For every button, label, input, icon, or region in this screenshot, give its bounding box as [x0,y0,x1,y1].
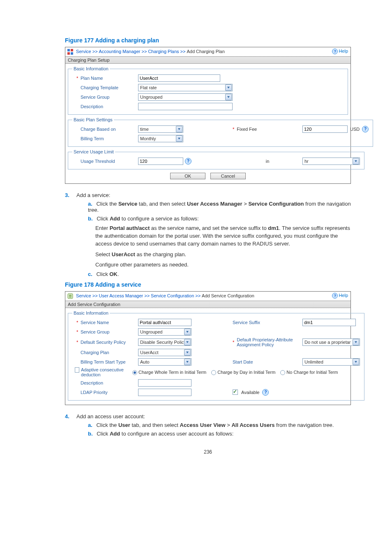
lbl-default-prop: Default Proprietary-Attribute Assignment… [237,337,302,347]
lbl-service-suffix: Service Suffix [233,320,260,325]
radio-no-charge[interactable]: No Charge for Initial Term [280,370,338,375]
lbl-ldap-priority: LDAP Priority [72,390,138,395]
step-3a: a. Click the Service tab, and then selec… [88,201,351,213]
service-suffix-input[interactable] [302,319,356,326]
charging-plan-select[interactable]: UserAcct [138,349,191,356]
section-add-service: Add Service Configuration [65,301,350,308]
billing-start-select[interactable]: Auto [138,358,191,366]
charging-template-select[interactable]: Flat rate [138,84,233,91]
service-group-select[interactable]: Ungrouped [138,93,233,101]
legend-basic-info: Basic Information [72,66,110,71]
usage-unit-select[interactable]: hr [302,158,360,165]
group-plan-settings: Basic Plan Settings Charge Based on time… [68,117,373,147]
lbl-charge-based: Charge Based on [72,127,138,132]
svg-rect-5 [69,295,71,296]
available-checkbox[interactable] [233,389,238,395]
chevron-down-icon [353,359,359,365]
plan-name-input[interactable] [138,74,220,82]
usage-threshold-input[interactable] [138,158,183,165]
help-link[interactable]: ?Help [332,293,348,299]
svg-rect-4 [68,294,73,299]
help-icon: ? [332,49,338,54]
radio-by-day[interactable]: Charge by Day in Initial Term [211,370,275,375]
lbl-service-group: Service Group [72,329,138,334]
ldap-priority-input[interactable] [138,389,191,396]
step-3-p1: Enter Portal auth/acct as the service na… [95,224,351,248]
billing-term-select[interactable]: Monthly [138,135,183,142]
bc-uam[interactable]: User Access Manager [99,293,143,298]
svg-rect-1 [71,49,73,51]
description-input[interactable] [138,103,233,110]
lbl-description: Description [72,104,138,109]
chevron-down-icon [225,84,232,91]
step-3-p3: Configure other parameters as needed. [95,261,351,269]
service-config-panel: Service >> User Access Manager >> Servic… [65,291,351,405]
chevron-down-icon [184,359,191,365]
default-prop-select[interactable]: Do not use a proprietar [302,338,360,346]
step-4b: b. Click Add to configure an access user… [88,431,351,437]
lbl-plan-name: Plan Name [72,76,138,81]
lbl-description: Description [72,380,138,385]
legend-plan-settings: Basic Plan Settings [72,117,114,122]
lbl-fixed-fee: Fixed Fee [237,127,257,132]
help-icon[interactable]: ? [262,389,269,396]
charging-plan-panel: Service >> Accounting Manager >> Chargin… [65,47,351,184]
start-date-select[interactable]: Unlimited [302,358,360,366]
bc-service[interactable]: Service [76,293,91,298]
section-charging-setup: Charging Plan Setup [65,56,350,64]
service-group-select[interactable]: Ungrouped [138,328,191,336]
lbl-default-security: Default Security Policy [72,340,138,345]
help-link[interactable]: ?Help [332,49,348,54]
step-4: 4.Add an access user account: [65,413,351,419]
chevron-down-icon [353,158,359,165]
chevron-down-icon [176,135,182,142]
lbl-start-date: Start Date [233,359,253,364]
default-security-select[interactable]: Disable Security Policy [138,338,191,346]
fixed-fee-input[interactable] [302,125,348,133]
legend-usage-limit: Service Usage Limit [72,149,115,154]
bc-svc-config[interactable]: Service Configuration [151,293,194,298]
bc-acct-mgr[interactable]: Accounting Manager [99,49,141,54]
lbl-in: in [266,159,270,164]
step-3b: b. Click Add to configure a service as f… [88,216,351,222]
ok-button[interactable]: OK [170,173,205,179]
group-basic-info: Basic Information Plan Name Charging Tem… [68,66,348,115]
step-3c: c. Click OK. [88,271,351,277]
figure-177-title: Figure 177 Adding a charging plan [65,37,351,44]
bc-add-svc: Add Service Configuration [202,293,254,298]
chevron-down-icon [176,126,182,132]
group-usage-limit: Service Usage Limit Usage Threshold ? in… [68,149,364,169]
currency-label: USD [350,127,360,132]
lbl-usage-threshold: Usage Threshold [72,159,138,164]
lbl-billing-start: Billing Term Start Type [72,359,138,364]
cancel-button[interactable]: Cancel [210,173,246,179]
help-icon[interactable]: ? [362,126,369,132]
help-icon[interactable]: ? [185,158,191,165]
breadcrumb: Service >> User Access Manager >> Servic… [76,293,254,298]
svg-rect-3 [71,52,73,55]
step-3-p2: Select UserAcct as the charging plan. [95,250,351,258]
module-icon [67,293,74,299]
lbl-service-group: Service Group [72,95,138,100]
charge-based-select[interactable]: time [138,125,183,133]
lbl-charging-plan: Charging Plan [72,350,138,355]
page-number: 236 [65,449,351,455]
lbl-billing-term: Billing Term [72,136,138,141]
bc-charging-plans[interactable]: Charging Plans [148,49,179,54]
description-input[interactable] [138,379,191,387]
group-basic-info-178: Basic Information Service Name Service S… [68,311,364,400]
legend-basic-info: Basic Information [72,311,110,315]
lbl-available: Available [241,390,259,395]
lbl-adaptive: Adaptive consecutive deduction [72,367,132,377]
chevron-down-icon [184,329,191,335]
adaptive-checkbox[interactable] [75,367,79,373]
lbl-service-name: Service Name [72,320,138,325]
radio-whole-term[interactable]: Charge Whole Term in Initial Term [132,370,206,375]
svg-rect-6 [69,297,71,297]
bc-service[interactable]: Service [76,49,91,54]
service-name-input[interactable] [138,319,191,326]
chevron-down-icon [225,94,232,100]
lbl-charging-template: Charging Template [72,85,138,90]
help-icon: ? [332,293,338,299]
chevron-down-icon [184,349,191,356]
